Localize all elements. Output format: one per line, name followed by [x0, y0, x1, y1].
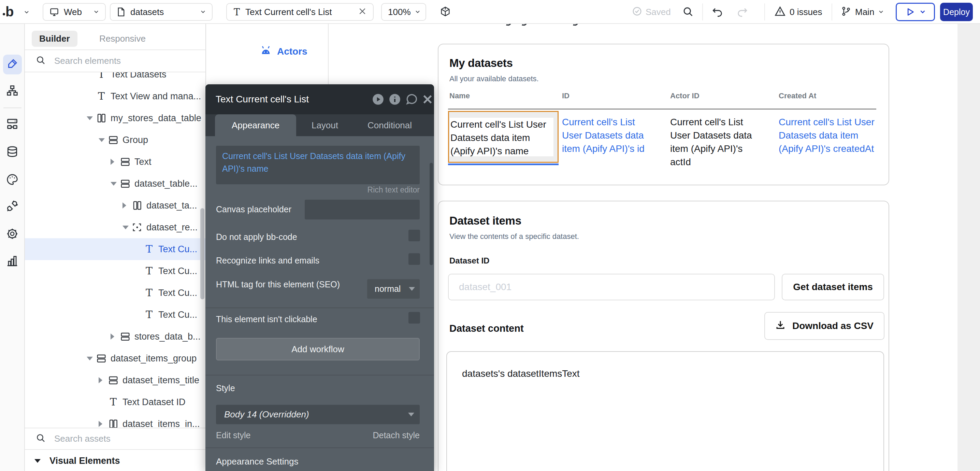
tree-item[interactable]: dataset_items_group [25, 347, 205, 369]
settings-gear-icon[interactable] [6, 227, 19, 242]
play-circle-icon[interactable] [371, 92, 385, 106]
tab-layout[interactable]: Layout [291, 115, 359, 136]
branch-select[interactable]: Main [841, 0, 884, 24]
tree-item[interactable]: stores_data_b... [25, 326, 205, 347]
logs-chart-icon[interactable] [6, 254, 19, 269]
add-workflow-button[interactable]: Add workflow [216, 338, 420, 360]
tree-item[interactable]: my_stores_data_table [25, 107, 205, 129]
caret-right-icon[interactable] [111, 159, 119, 164]
caret-right-icon[interactable] [111, 334, 119, 339]
rows-group-icon [95, 353, 107, 364]
deploy-button[interactable]: Deploy [940, 3, 973, 21]
edit-style-link[interactable]: Edit style [216, 430, 250, 440]
tree-item[interactable]: T Text Cu... [25, 282, 205, 304]
tree-item[interactable]: dataset_re... [25, 216, 205, 238]
platform-select[interactable]: Web [43, 3, 106, 21]
search-assets-input[interactable] [54, 433, 184, 444]
property-inspector[interactable]: Text Current cell's List Appearance Layo… [205, 84, 434, 471]
branch-label: Main [855, 7, 874, 18]
detach-style-link[interactable]: Detach style [372, 430, 420, 440]
tree-item-selected[interactable]: T Text Cu... [25, 238, 205, 260]
table-cell-actor-id[interactable]: Current cell's List User Datasets data i… [670, 115, 762, 169]
tree-item[interactable]: T Text View and mana... [25, 85, 205, 107]
get-dataset-items-button[interactable]: Get dataset items [782, 274, 884, 300]
tree-item[interactable]: dataset_table... [25, 173, 205, 194]
element-tab[interactable]: T Text Current cell's List [226, 3, 374, 21]
download-csv-button[interactable]: Download as CSV [764, 312, 885, 340]
tree-item[interactable]: Group [25, 129, 205, 151]
links-emails-checkbox[interactable] [409, 253, 420, 265]
bb-code-checkbox[interactable] [409, 230, 420, 241]
close-icon[interactable] [359, 7, 366, 18]
package-icon[interactable] [439, 6, 451, 19]
page-select[interactable]: datasets [110, 3, 213, 21]
my-datasets-card: My datasets All your available datasets.… [438, 44, 889, 185]
database-icon[interactable] [6, 145, 19, 160]
selected-text-element[interactable]: Current cell's List User Datasets data i… [448, 111, 558, 163]
undo-icon[interactable] [712, 6, 724, 19]
tree-item[interactable]: Text [25, 151, 205, 173]
dataset-id-input[interactable] [448, 274, 775, 300]
issues-indicator[interactable]: 0 issues [775, 0, 822, 24]
caret-down-icon[interactable] [87, 356, 95, 361]
page-nav-actors[interactable]: Actors [260, 45, 307, 58]
caret-right-icon[interactable] [99, 421, 108, 426]
inspector-scrollbar-thumb[interactable] [430, 163, 433, 265]
design-pencil-icon[interactable] [6, 58, 18, 71]
tab-conditional[interactable]: Conditional [356, 115, 424, 136]
my-datasets-subtitle: All your available datasets. [449, 75, 889, 83]
style-select[interactable]: Body 14 (Overridden) [216, 405, 420, 424]
visual-elements-section[interactable]: Visual Elements [25, 450, 205, 471]
content-expression-editor[interactable]: Current cell's List User Datasets data i… [216, 146, 420, 184]
styles-palette-icon[interactable] [6, 173, 19, 188]
table-cell-id[interactable]: Current cell's List User Datasets data i… [562, 115, 657, 155]
comment-bubble-icon[interactable] [405, 92, 418, 106]
caret-down-icon[interactable] [87, 115, 95, 121]
zoom-select[interactable]: 100% [381, 3, 426, 21]
inspector-tab-bar: Appearance Layout Conditional [205, 115, 434, 136]
search-icon[interactable] [682, 6, 694, 19]
style-select-value: Body 14 (Overridden) [224, 409, 309, 420]
chevron-down-icon[interactable] [24, 10, 29, 15]
tree-item[interactable]: T Text Cu... [25, 260, 205, 282]
tree-item[interactable]: dataset_items_title [25, 369, 205, 391]
caret-right-icon[interactable] [123, 203, 131, 208]
not-clickable-checkbox[interactable] [409, 312, 420, 323]
tree-item[interactable]: T Text Dataset ID [25, 391, 205, 413]
workflow-icon[interactable] [6, 84, 19, 99]
tab-appearance[interactable]: Appearance [215, 115, 296, 136]
info-circle-icon[interactable] [388, 92, 402, 106]
tab-builder[interactable]: Builder [32, 31, 78, 47]
preview-button[interactable] [896, 3, 935, 21]
tree-item[interactable]: dataset_items_in... [25, 413, 205, 428]
caret-down-icon [35, 458, 43, 463]
rich-text-editor-link[interactable]: Rich text editor [368, 185, 420, 194]
html-tag-select[interactable]: normal [367, 279, 420, 299]
my-datasets-title: My datasets [449, 57, 889, 70]
html-tag-value: normal [375, 284, 401, 294]
element-tree: T Text Datasets T Text View and mana... … [25, 72, 205, 428]
search-elements-input[interactable] [54, 56, 184, 66]
table-cell-created-at[interactable]: Current cell's List User Datasets data i… [779, 115, 878, 155]
caret-down-icon[interactable] [99, 137, 108, 143]
search-icon [36, 433, 46, 445]
canvas-placeholder-input[interactable] [305, 200, 420, 220]
caret-down-icon[interactable] [111, 181, 119, 186]
caret-right-icon[interactable] [99, 377, 108, 383]
close-icon[interactable] [421, 92, 434, 106]
tab-responsive[interactable]: Responsive [99, 33, 146, 44]
canvas-gutter [958, 24, 980, 471]
chevron-down-icon [920, 9, 926, 15]
tree-scrollbar-thumb[interactable] [200, 208, 204, 299]
caret-down-icon[interactable] [123, 224, 131, 230]
inspector-header[interactable]: Text Current cell's List [205, 84, 434, 115]
section-divider [205, 375, 434, 376]
tree-item[interactable]: T Text Datasets [25, 72, 205, 85]
components-icon[interactable] [5, 117, 19, 132]
tree-item[interactable]: dataset_ta... [25, 194, 205, 216]
plugins-plug-icon[interactable] [6, 200, 19, 214]
tree-item[interactable]: T Text Cu... [25, 304, 205, 326]
dataset-content-box[interactable]: datasets's datasetItemsText [446, 351, 884, 471]
app-logo[interactable]: b [5, 4, 14, 19]
html-tag-label: HTML tag for this element (SEO) [216, 280, 340, 290]
